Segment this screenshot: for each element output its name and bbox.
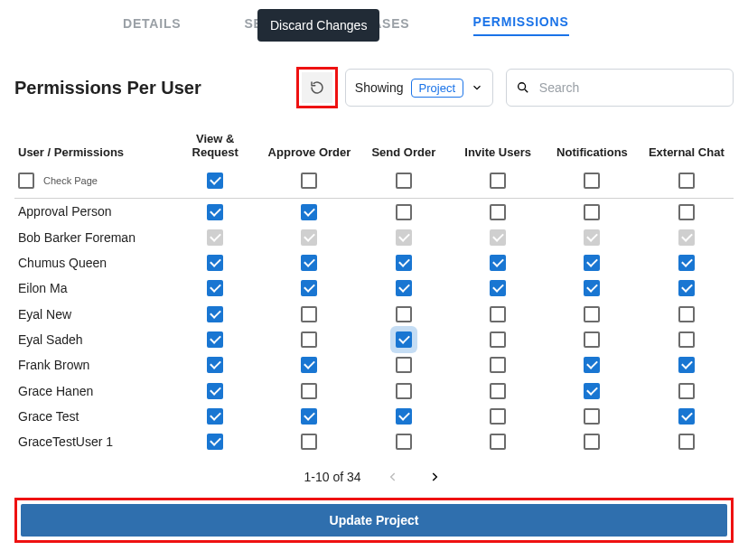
update-project-button[interactable]: Update Project <box>21 504 727 537</box>
checkbox[interactable] <box>584 434 600 450</box>
checkbox[interactable] <box>490 434 506 450</box>
checkbox[interactable] <box>301 280 317 296</box>
checkbox[interactable] <box>207 173 223 189</box>
user-name: Eyal Sadeh <box>14 327 168 352</box>
checkbox[interactable] <box>301 383 317 399</box>
checkbox[interactable] <box>678 173 695 189</box>
checkbox[interactable] <box>207 408 223 425</box>
checkbox[interactable] <box>396 255 412 271</box>
checkbox[interactable] <box>584 173 600 189</box>
checkbox <box>301 229 317 246</box>
checkbox[interactable] <box>396 173 412 189</box>
table-row: Frank Brown <box>14 352 734 378</box>
checkbox[interactable] <box>490 204 506 220</box>
check-page-checkbox[interactable] <box>18 173 34 189</box>
checkbox[interactable] <box>301 357 317 373</box>
checkbox[interactable] <box>301 306 317 322</box>
checkbox[interactable] <box>301 173 317 189</box>
checkbox[interactable] <box>584 280 600 296</box>
checkbox[interactable] <box>678 280 695 296</box>
checkbox[interactable] <box>396 306 412 322</box>
discard-tooltip: Discard Changes <box>257 9 379 42</box>
user-name: Approval Person <box>14 199 168 225</box>
checkbox[interactable] <box>678 357 695 373</box>
checkbox[interactable] <box>678 434 695 450</box>
checkbox[interactable] <box>584 357 600 373</box>
chevron-right-icon <box>428 471 441 483</box>
checkbox[interactable] <box>678 204 695 220</box>
checkbox[interactable] <box>678 255 695 271</box>
search-icon <box>516 79 530 96</box>
checkbox[interactable] <box>678 383 695 399</box>
table-row: Eilon Ma <box>14 275 734 301</box>
checkbox[interactable] <box>207 280 223 296</box>
checkbox[interactable] <box>301 408 317 425</box>
svg-line-1 <box>525 89 528 92</box>
tab-details[interactable]: DETAILS <box>123 16 181 36</box>
checkbox[interactable] <box>207 255 223 271</box>
checkbox[interactable] <box>490 173 506 189</box>
checkbox[interactable] <box>301 255 317 271</box>
update-highlight: Update Project <box>14 498 734 543</box>
checkbox <box>490 229 506 246</box>
user-name: Grace Hanen <box>14 378 168 403</box>
col-send: Send Order <box>357 126 451 168</box>
discard-button[interactable] <box>302 72 332 103</box>
checkbox[interactable] <box>396 331 412 348</box>
checkbox[interactable] <box>678 306 695 322</box>
checkbox[interactable] <box>490 331 506 348</box>
checkbox[interactable] <box>490 255 506 271</box>
checkbox[interactable] <box>207 204 223 220</box>
checkbox[interactable] <box>207 383 223 399</box>
pagination: 1-10 of 34 <box>14 467 734 487</box>
user-name: Chumus Queen <box>14 250 168 275</box>
permissions-table: User / Permissions View & Request Approv… <box>14 126 734 454</box>
page-prev[interactable] <box>383 467 403 487</box>
checkbox[interactable] <box>584 204 600 220</box>
checkbox[interactable] <box>207 306 223 322</box>
checkbox <box>678 229 695 246</box>
user-name: GraceTestUser 1 <box>14 429 168 454</box>
checkbox[interactable] <box>301 331 317 348</box>
checkbox[interactable] <box>396 383 412 399</box>
checkbox[interactable] <box>396 204 412 220</box>
checkbox[interactable] <box>396 357 412 373</box>
search-box[interactable] <box>506 69 734 107</box>
user-name: Bob Barker Foreman <box>14 225 168 250</box>
checkbox[interactable] <box>490 357 506 373</box>
showing-label: Showing <box>355 80 404 95</box>
table-row: Chumus Queen <box>14 250 734 275</box>
table-row: Grace Hanen <box>14 378 734 403</box>
checkbox[interactable] <box>584 306 600 322</box>
checkbox[interactable] <box>678 408 695 425</box>
table-row: Bob Barker Foreman <box>14 225 734 250</box>
checkbox[interactable] <box>584 383 600 399</box>
checkbox <box>396 229 412 246</box>
user-name: Frank Brown <box>14 352 168 378</box>
col-notif: Notifications <box>545 126 639 168</box>
checkbox[interactable] <box>396 408 412 425</box>
checkbox[interactable] <box>301 204 317 220</box>
checkbox[interactable] <box>490 306 506 322</box>
search-input[interactable] <box>538 79 724 96</box>
col-view: View & Request <box>168 126 262 168</box>
showing-value: Project <box>411 79 463 98</box>
checkbox[interactable] <box>207 331 223 348</box>
check-page-row: Check Page <box>14 168 734 199</box>
page-next[interactable] <box>425 467 444 487</box>
checkbox[interactable] <box>490 280 506 296</box>
checkbox[interactable] <box>396 434 412 450</box>
checkbox[interactable] <box>396 280 412 296</box>
checkbox[interactable] <box>584 408 600 425</box>
checkbox[interactable] <box>584 331 600 348</box>
tab-permissions[interactable]: PERMISSIONS <box>473 14 569 36</box>
checkbox[interactable] <box>207 434 223 450</box>
checkbox[interactable] <box>678 331 695 348</box>
svg-point-0 <box>519 83 526 90</box>
checkbox[interactable] <box>207 357 223 373</box>
checkbox[interactable] <box>301 434 317 450</box>
checkbox[interactable] <box>490 408 506 425</box>
showing-selector[interactable]: Showing Project <box>345 69 493 107</box>
checkbox[interactable] <box>490 383 506 399</box>
checkbox[interactable] <box>584 255 600 271</box>
